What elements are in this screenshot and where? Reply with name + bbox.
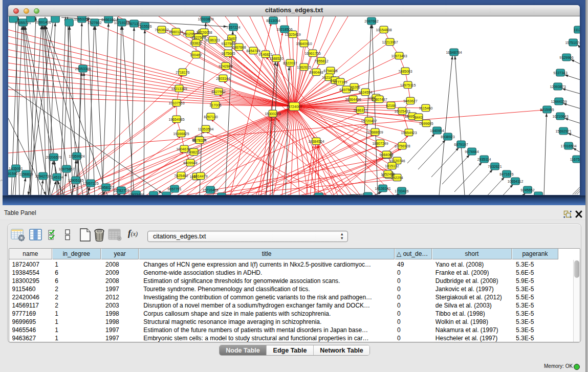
svg-text:17016504: 17016504 (560, 144, 576, 148)
svg-text:9777169: 9777169 (333, 80, 347, 84)
svg-text:17957225: 17957225 (82, 182, 98, 185)
svg-text:8443: 8443 (415, 116, 423, 119)
svg-text:9146821: 9146821 (258, 53, 272, 56)
svg-text:3675685: 3675685 (221, 52, 235, 55)
svg-text:16033809: 16033809 (198, 17, 213, 21)
svg-text:391590: 391590 (8, 172, 18, 176)
svg-text:8990448: 8990448 (309, 71, 323, 74)
svg-text:11120: 11120 (574, 28, 580, 32)
svg-text:1527602: 1527602 (88, 21, 101, 25)
svg-text:7632621: 7632621 (488, 165, 502, 168)
svg-text:20206576: 20206576 (46, 156, 61, 159)
svg-text:6794028: 6794028 (323, 69, 337, 73)
svg-text:15751074: 15751074 (565, 41, 580, 45)
svg-text:18724007: 18724007 (286, 105, 302, 108)
svg-text:9227343: 9227343 (553, 71, 567, 75)
svg-text:2867608: 2867608 (232, 46, 246, 49)
svg-text:8660124: 8660124 (169, 30, 183, 34)
svg-text:1352486: 1352486 (381, 172, 395, 176)
svg-text:7357224: 7357224 (226, 26, 240, 29)
svg-text:8427552: 8427552 (211, 90, 225, 94)
svg-text:16961755: 16961755 (304, 52, 320, 55)
svg-text:10807487: 10807487 (371, 98, 387, 101)
svg-text:29053346: 29053346 (75, 67, 91, 71)
svg-text:12444159: 12444159 (551, 100, 567, 103)
svg-text:8186323: 8186323 (206, 38, 220, 42)
svg-text:1640954: 1640954 (430, 129, 444, 133)
svg-text:6409948: 6409948 (183, 161, 197, 165)
svg-text:20364436: 20364436 (345, 98, 361, 101)
svg-text:12213967: 12213967 (382, 40, 398, 44)
svg-text:12975115: 12975115 (400, 83, 416, 87)
svg-text:12093873: 12093873 (550, 85, 565, 89)
svg-text:10756928: 10756928 (394, 144, 410, 148)
svg-text:15720407: 15720407 (361, 119, 377, 123)
svg-text:20691406: 20691406 (35, 20, 51, 24)
svg-text:9242848: 9242848 (219, 64, 232, 68)
svg-text:10653257: 10653257 (74, 17, 90, 21)
svg-text:100467: 100467 (190, 53, 202, 57)
svg-text:15300273: 15300273 (265, 112, 280, 116)
svg-text:6914479: 6914479 (193, 174, 207, 178)
svg-text:1815132: 1815132 (385, 164, 399, 168)
svg-text:9115460: 9115460 (419, 106, 433, 110)
svg-text:1733426: 1733426 (395, 189, 408, 193)
svg-text:7663822: 7663822 (155, 28, 168, 32)
svg-text:9474444: 9474444 (465, 150, 478, 154)
svg-text:7485003: 7485003 (398, 70, 412, 73)
svg-text:19654923: 19654923 (401, 131, 417, 135)
svg-text:252254: 252254 (391, 176, 403, 180)
svg-text:15692971: 15692971 (555, 129, 571, 133)
svg-text:12923446: 12923446 (128, 193, 144, 195)
svg-text:10654112: 10654112 (508, 180, 524, 183)
svg-text:7625402: 7625402 (174, 174, 188, 178)
svg-text:62160: 62160 (386, 104, 396, 107)
svg-text:9327509: 9327509 (191, 36, 205, 39)
svg-text:1588520: 1588520 (269, 57, 283, 60)
svg-text:10688609: 10688609 (367, 130, 383, 134)
svg-text:19654985: 19654985 (168, 118, 184, 121)
svg-text:13325419: 13325419 (285, 33, 300, 36)
svg-text:18807249: 18807249 (372, 142, 388, 145)
svg-text:8215955: 8215955 (540, 108, 554, 112)
svg-text:16210643: 16210643 (552, 115, 568, 118)
svg-text:12942737: 12942737 (35, 174, 51, 178)
svg-text:9463627: 9463627 (403, 99, 417, 103)
svg-text:317006: 317006 (209, 103, 221, 107)
svg-text:12213369: 12213369 (171, 87, 187, 91)
svg-text:8322037: 8322037 (283, 61, 297, 65)
svg-text:16782759: 16782759 (113, 189, 129, 192)
svg-text:2935114: 2935114 (477, 158, 491, 161)
svg-text:9657791: 9657791 (167, 187, 181, 191)
svg-text:8813054: 8813054 (266, 19, 280, 23)
svg-text:15640910: 15640910 (296, 42, 312, 46)
svg-text:1362615: 1362615 (297, 65, 311, 69)
svg-text:8267130: 8267130 (204, 115, 217, 119)
svg-text:2087682: 2087682 (364, 19, 378, 23)
svg-text:2718176: 2718176 (176, 71, 189, 74)
svg-text:9245652: 9245652 (520, 188, 534, 192)
svg-text:8878334: 8878334 (192, 139, 206, 142)
svg-text:1156829: 1156829 (19, 172, 33, 176)
svg-text:11353594: 11353594 (198, 127, 214, 131)
svg-text:8454749: 8454749 (246, 49, 260, 53)
svg-text:10154838: 10154838 (376, 28, 391, 32)
svg-text:8938923: 8938923 (441, 135, 454, 139)
svg-text:14136141: 14136141 (375, 187, 390, 190)
svg-text:7955812: 7955812 (314, 59, 328, 63)
svg-text:15467: 15467 (227, 37, 237, 40)
svg-text:19218506: 19218506 (276, 28, 292, 31)
svg-text:15716485: 15716485 (202, 188, 218, 192)
svg-text:7886372: 7886372 (353, 108, 367, 112)
svg-text:16648784: 16648784 (446, 51, 462, 54)
svg-text:12905135: 12905135 (68, 179, 83, 182)
svg-text:9329966: 9329966 (559, 56, 573, 59)
svg-text:3624554: 3624554 (358, 91, 372, 94)
svg-text:1145194: 1145194 (50, 176, 64, 179)
svg-text:10958127: 10958127 (98, 186, 114, 189)
svg-text:13226058: 13226058 (196, 31, 212, 34)
svg-text:19384554: 19384554 (308, 140, 324, 143)
svg-text:0699695: 0699695 (419, 122, 433, 125)
svg-text:10107553: 10107553 (168, 101, 184, 105)
svg-text:6879197: 6879197 (454, 143, 468, 146)
